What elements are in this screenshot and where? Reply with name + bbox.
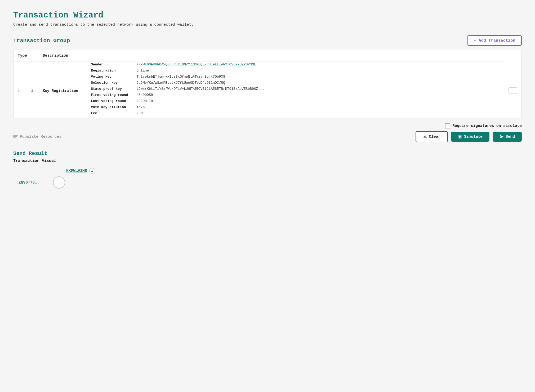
description-label: State proof key: [87, 86, 132, 92]
table-row: ⠿ 1 Key Registration SenderKKPWL6OFVUFOA…: [14, 61, 522, 118]
description-row: Vote key dilution1676: [87, 104, 500, 110]
require-signatures-checkbox[interactable]: [445, 123, 450, 128]
row-number: 1: [31, 89, 34, 93]
simulate-button[interactable]: Simulate: [451, 132, 489, 142]
description-label: Selection key: [87, 80, 132, 86]
description-value: 49298179: [132, 98, 500, 104]
visual-node-top-link[interactable]: KKPW…V3ME: [66, 169, 87, 173]
visual-bottom-left-link[interactable]: ZNV6T76…: [19, 180, 37, 185]
col-description-header: Description: [38, 50, 504, 61]
description-value: Online: [132, 68, 500, 74]
description-value: t9wsrK6tiT1Y8zfWUkDF1V+LJGFYSEOVB1JiA5SE…: [132, 86, 500, 92]
description-value: 46490959: [132, 92, 500, 98]
description-row: State proof keyt9wsrK6tiT1Y8zfWUkDF1V+LJ…: [87, 86, 500, 92]
description-row: SenderKKPWL6OFVUFOAVQGGURJ2EGNZYZZDPEQ37…: [87, 61, 500, 68]
description-row: Last voting round49298179: [87, 98, 500, 104]
drag-handle-icon[interactable]: ⠿: [18, 88, 23, 93]
description-label: Voting key: [87, 74, 132, 80]
row-type: Key Registration: [43, 89, 78, 93]
description-value: 6u6MvYKu/w8zwPBsstxJ7fkUueOD4VbD4v53lmOC…: [132, 80, 500, 86]
simulate-label: Simulate: [464, 135, 483, 139]
visual-circle-node: [53, 176, 65, 189]
require-signatures-label[interactable]: Require signatures on simulate: [445, 123, 522, 128]
clear-button[interactable]: Clear: [416, 131, 448, 142]
description-label: Sender: [87, 61, 132, 68]
transaction-visual-title: Transaction Visual: [13, 159, 522, 163]
populate-resources-button[interactable]: Populate Resources: [13, 135, 61, 139]
send-result-title: Send Result: [13, 151, 522, 157]
description-row: Selection key6u6MvYKu/w8zwPBsstxJ7fkUueO…: [87, 80, 500, 86]
simulate-icon: [458, 135, 462, 139]
visual-bottom-row: ZNV6T76…: [19, 176, 65, 189]
description-value[interactable]: KKPWL6OFVUFOAVQGGURJ2EGNZYZZDPEQ37CHEFLL…: [132, 61, 500, 68]
description-row: First voting round46490959: [87, 92, 500, 98]
bottom-bar: Require signatures on simulate: [13, 123, 522, 128]
send-result-section: Send Result Transaction Visual KKPW…V3ME…: [13, 151, 522, 200]
section-title: Transaction Group: [13, 38, 70, 44]
action-bar: Populate Resources Clear Simulate Send: [13, 131, 522, 142]
require-signatures-text: Require signatures on simulate: [452, 124, 522, 128]
svg-rect-0: [13, 135, 18, 136]
clear-icon: [423, 135, 427, 139]
transaction-visual-area: KKPW…V3ME 1 ZNV6T76…: [13, 168, 522, 200]
send-button[interactable]: Send: [493, 132, 522, 142]
description-label: Fee: [87, 110, 132, 116]
svg-rect-3: [423, 137, 427, 138]
description-subtable: SenderKKPWL6OFVUFOAVQGGURJ2EGNZYZZDPEQ37…: [87, 61, 500, 116]
description-row: Fee2 Μ: [87, 110, 500, 116]
action-buttons: Clear Simulate Send: [416, 131, 522, 142]
svg-rect-1: [13, 136, 17, 137]
page-title: Transaction Wizard: [13, 11, 522, 20]
description-value: Th2veksbETjsmn+Xlds8xGfmpNtA4VzarBgjk70p…: [132, 74, 500, 80]
description-label: First voting round: [87, 92, 132, 98]
page-subtitle: Create and send transactions to the sele…: [13, 23, 522, 27]
description-value: 1676: [132, 104, 500, 110]
description-row: Voting keyTh2veksbETjsmn+Xlds8xGfmpNtA4V…: [87, 74, 500, 80]
description-value: 2 Μ: [132, 110, 500, 116]
description-label: Vote key dilution: [87, 104, 132, 110]
svg-marker-6: [500, 135, 503, 139]
visual-node-badge: 1: [89, 168, 95, 174]
description-label: Registration: [87, 68, 132, 74]
col-type-header: Type: [14, 50, 39, 61]
description-label: Last voting round: [87, 98, 132, 104]
add-transaction-button[interactable]: + Add Transaction: [467, 35, 522, 46]
transaction-table: Type Description ⠿ 1 Key Registration Se…: [13, 50, 522, 118]
populate-resources-label: Populate Resources: [20, 135, 61, 139]
svg-rect-2: [13, 137, 16, 138]
send-icon: [500, 135, 504, 139]
visual-node-top: KKPW…V3ME 1: [66, 168, 95, 174]
send-label: Send: [506, 135, 515, 139]
description-row: RegistrationOnline: [87, 68, 500, 74]
row-options-button[interactable]: ⋮: [509, 87, 517, 94]
clear-label: Clear: [429, 135, 441, 139]
populate-icon: [13, 135, 18, 139]
